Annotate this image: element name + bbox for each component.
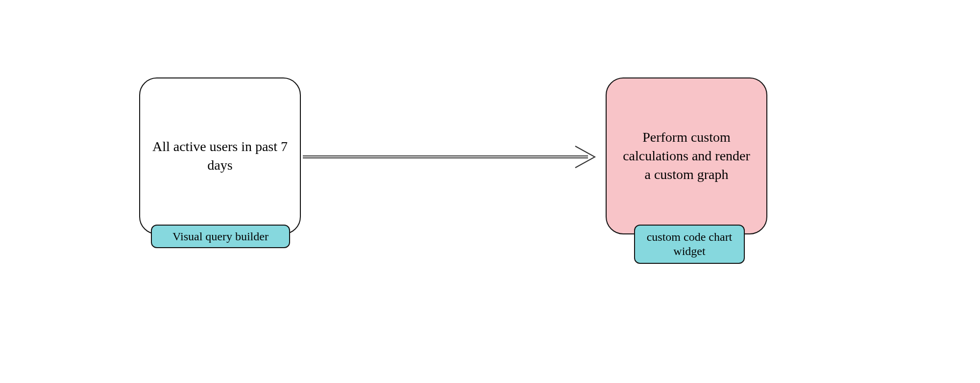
node-custom-calc-text: Perform custom calculations and render a… <box>618 128 755 183</box>
node-active-users: All active users in past 7 days <box>139 77 301 234</box>
tag-visual-query-builder: Visual query builder <box>151 225 290 248</box>
tag-custom-code-chart-text: custom code chart widget <box>642 230 737 258</box>
node-custom-calc: Perform custom calculations and render a… <box>606 77 767 234</box>
arrow-icon <box>301 137 605 177</box>
tag-visual-query-builder-text: Visual query builder <box>172 230 269 244</box>
tag-custom-code-chart: custom code chart widget <box>634 225 745 264</box>
diagram-canvas: All active users in past 7 days Visual q… <box>0 0 980 383</box>
node-active-users-text: All active users in past 7 days <box>152 137 288 175</box>
